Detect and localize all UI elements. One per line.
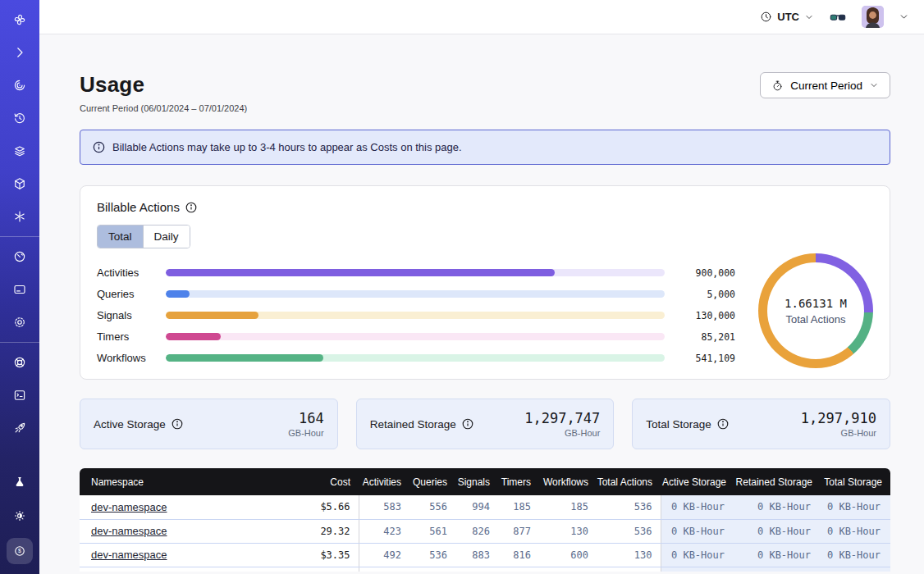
topbar: UTC — [39, 0, 924, 34]
temporal-logo-icon[interactable] — [8, 8, 31, 31]
cell-timers: 185 — [498, 495, 539, 519]
usage-gauge-icon[interactable] — [8, 245, 31, 268]
user-avatar[interactable] — [862, 6, 884, 28]
stopwatch-icon — [771, 80, 784, 92]
bar-value: 130,000 — [676, 310, 735, 321]
storage-unit: GB-Hour — [801, 428, 876, 438]
info-icon[interactable] — [185, 202, 197, 213]
account-menu-chevron[interactable] — [899, 11, 909, 22]
getting-started-rocket-icon[interactable] — [8, 417, 31, 440]
cell-queries: 561 — [409, 519, 455, 543]
col-activities: Activities — [359, 468, 409, 495]
storage-card-value-block: 1,297,747 GB-Hour — [524, 410, 600, 438]
namespace-link[interactable]: dev-namespace — [91, 525, 167, 537]
nexus-asterisk-icon[interactable] — [8, 205, 31, 228]
sidebar-group-main — [0, 0, 39, 236]
collapse-chevron-icon[interactable] — [8, 41, 31, 64]
total-actions-value: 1.66131 M — [784, 297, 847, 310]
cell-total-actions: 536 — [597, 519, 661, 543]
billing-card-icon[interactable] — [8, 278, 31, 301]
info-icon[interactable] — [462, 418, 473, 430]
timezone-selector[interactable]: UTC — [760, 11, 814, 23]
chevron-down-icon — [869, 80, 879, 90]
table-header: Namespace Cost Activities Queries Signal… — [80, 468, 890, 495]
storage-value: 164 — [288, 410, 323, 426]
storage-unit: GB-Hour — [288, 428, 323, 438]
period-selector-button[interactable]: Current Period — [760, 72, 890, 98]
active-storage-card: Active Storage 164 GB-Hour — [80, 399, 338, 449]
col-active-storage: Active Storage — [661, 468, 734, 495]
bar-track — [166, 354, 665, 362]
bar-label: Queries — [97, 288, 154, 300]
title-block: Usage Current Period (06/01/2024 – 07/01… — [80, 72, 247, 113]
storage-summary-row: Active Storage 164 GB-Hour Retained Stor… — [80, 399, 890, 449]
col-total-actions: Total Actions — [597, 468, 661, 495]
table-row: dev-namespace $5.66 583 556 994 185 185 … — [80, 495, 890, 519]
table-row: dev-namespace $3.35 492 536 883 816 600 … — [80, 543, 890, 567]
tab-daily[interactable]: Daily — [143, 226, 190, 248]
bar-label: Activities — [97, 266, 154, 279]
bar-track — [166, 269, 665, 276]
bar-label: Workflows — [97, 352, 154, 364]
col-cost: Cost — [301, 468, 359, 495]
retained-storage-card: Retained Storage 1,297,747 GB-Hour — [356, 399, 615, 449]
timezone-label: UTC — [777, 11, 799, 23]
cell-total-storage: 0 KB-Hour — [821, 543, 890, 567]
col-timers: Timers — [498, 468, 539, 495]
storage-card-label: Active Storage — [94, 418, 183, 430]
schedules-icon[interactable] — [8, 107, 31, 130]
storage-unit: GB-Hour — [524, 428, 600, 438]
labs-flask-icon[interactable] — [8, 471, 31, 494]
storage-card-label: Retained Storage — [370, 418, 473, 430]
svg-text:$: $ — [18, 548, 21, 554]
bar-label: Timers — [97, 330, 154, 343]
info-icon[interactable] — [172, 418, 183, 430]
bar-row-timers: Timers 85,201 — [97, 328, 735, 345]
storage-label-text: Active Storage — [94, 418, 166, 430]
billable-actions-bar-chart: Activities 900,000 Queries 5,000 Signals… — [97, 264, 735, 367]
support-lifering-icon[interactable] — [8, 351, 31, 374]
sidebar-group-bottom: $ — [0, 462, 39, 574]
bar-fill — [166, 354, 323, 362]
cell-activities: 583 — [359, 495, 409, 519]
namespace-usage-table: Namespace Cost Activities Queries Signal… — [80, 468, 890, 572]
table-row: dev-namespace 29.32 423 561 826 877 130 … — [80, 519, 890, 543]
cell-workflows: 600 — [539, 543, 597, 567]
billable-actions-card: Billable Actions Total Daily Activities … — [80, 185, 890, 380]
cell-queries: 556 — [409, 495, 455, 519]
cell-activities: 492 — [359, 543, 409, 567]
namespace-link[interactable]: dev-namespace — [91, 549, 167, 561]
feedback-terminal-icon[interactable] — [8, 384, 31, 407]
storage-card-value-block: 164 GB-Hour — [288, 410, 323, 438]
main-content: Usage Current Period (06/01/2024 – 07/01… — [39, 34, 924, 574]
total-actions-donut-chart: 1.66131 M Total Actions — [758, 253, 873, 368]
sidebar: $ — [0, 0, 39, 574]
theme-toggle-sun-icon[interactable] — [8, 504, 31, 527]
namespaces-icon[interactable] — [8, 74, 31, 97]
deployments-cube-icon[interactable] — [8, 172, 31, 195]
namespace-link[interactable]: dev-namespace — [91, 501, 167, 513]
col-workflows: Workflows — [539, 468, 597, 495]
credits-coin-button[interactable]: $ — [7, 538, 33, 564]
cell-cost: $5.66 — [301, 495, 359, 519]
settings-gear-icon[interactable] — [8, 311, 31, 334]
tab-total[interactable]: Total — [98, 226, 143, 248]
bar-row-signals: Signals 130,000 — [97, 307, 735, 324]
cell-signals: 883 — [455, 543, 498, 567]
info-icon[interactable] — [717, 418, 729, 430]
info-banner-text: Billable Actions may take up to 3-4 hour… — [112, 141, 462, 153]
col-total-storage: Total Storage — [821, 468, 890, 495]
cell-timers: 816 — [498, 543, 539, 567]
cell-cost: $3.35 — [301, 543, 359, 567]
bar-value: 85,201 — [676, 331, 735, 343]
workflows-layers-icon[interactable] — [8, 139, 31, 162]
bar-fill — [166, 312, 258, 319]
cell-retained-storage: 0 KB-Hour — [734, 543, 821, 567]
storage-label-text: Total Storage — [646, 418, 711, 430]
cell-workflows: 185 — [539, 495, 597, 519]
billable-actions-title-text: Billable Actions — [97, 200, 180, 214]
reader-glasses-icon[interactable] — [829, 8, 847, 26]
donut-center: 1.66131 M Total Actions — [767, 262, 864, 359]
total-storage-card: Total Storage 1,297,910 GB-Hour — [632, 399, 890, 449]
billable-actions-title: Billable Actions — [97, 200, 873, 214]
